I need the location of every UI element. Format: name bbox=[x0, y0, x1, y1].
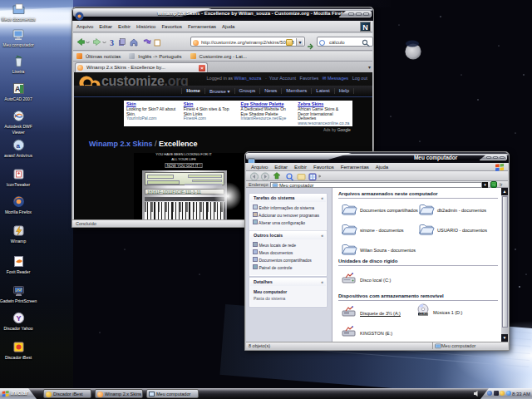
svg-text:a: a bbox=[16, 142, 20, 150]
svg-text:3: 3 bbox=[110, 38, 114, 47]
svg-text:Y: Y bbox=[16, 314, 21, 323]
svg-text:CD-ROM: CD-ROM bbox=[419, 313, 430, 316]
svg-text:A: A bbox=[15, 85, 21, 93]
